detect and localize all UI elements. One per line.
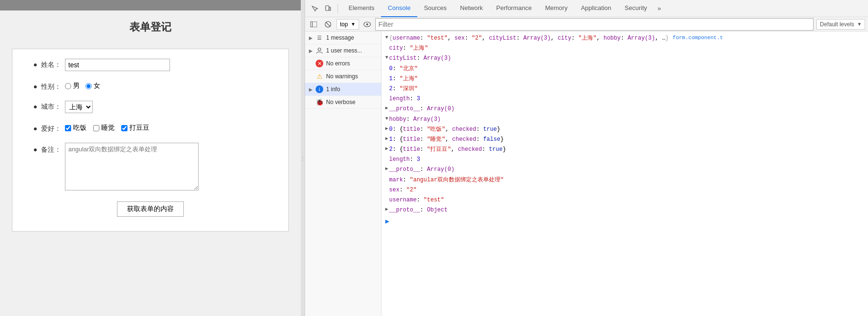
- warning-icon: ⚠: [316, 73, 323, 80]
- submit-button[interactable]: 获取表单的内容: [117, 201, 184, 217]
- error-icon: ✕: [316, 60, 323, 67]
- gender-female-label[interactable]: 女: [85, 82, 100, 90]
- console-prompt-arrow[interactable]: ▶: [385, 218, 389, 225]
- console-line-citylist-length: ▶ length: 3: [381, 94, 868, 104]
- name-field: [65, 59, 274, 71]
- note-field: [65, 143, 274, 192]
- form-page: 表单登记 ● 姓名： ● 性别： 男 女: [0, 0, 301, 316]
- note-label: ● 备注：: [27, 143, 65, 154]
- sidebar-item-verbose[interactable]: ▶ 🐞 No verbose: [305, 96, 381, 109]
- expand-hobby-proto[interactable]: ▶: [385, 165, 388, 173]
- gender-row: ● 性别： 男 女: [27, 81, 274, 91]
- svg-line-5: [326, 22, 330, 26]
- name-label: ● 姓名：: [27, 59, 65, 69]
- form-container: ● 姓名： ● 性别： 男 女: [12, 49, 289, 232]
- console-line-city1: ▶ 1: "上海": [381, 74, 868, 84]
- expand-proto[interactable]: ▶: [385, 206, 388, 213]
- device-icon-btn[interactable]: [322, 3, 334, 14]
- console-output: ▼ {username: "test", sex: "2", cityList:…: [381, 32, 868, 316]
- sidebar-item-messages[interactable]: ▶ ☰ 1 message: [305, 32, 381, 44]
- expand-icon: ▶: [309, 35, 313, 41]
- console-bottom-row: ▶: [381, 215, 868, 227]
- console-block-icon[interactable]: [322, 19, 334, 30]
- expand-icon3: ▶: [309, 87, 313, 92]
- sidebar-item-info[interactable]: ▶ i 1 info: [305, 83, 381, 96]
- console-line-proto: ▶ __proto__: Object: [381, 205, 868, 215]
- tab-security[interactable]: Security: [618, 0, 654, 17]
- tab-elements[interactable]: Elements: [342, 0, 381, 17]
- toolbar-divider1: [338, 4, 338, 13]
- expand-icon2: ▶: [309, 48, 313, 53]
- info-icon: i: [316, 85, 323, 93]
- sidebar-item-warnings[interactable]: ▶ ⚠ No warnings: [305, 70, 381, 83]
- sidebar-label-info: 1 info: [326, 86, 340, 93]
- console-eye-btn[interactable]: [362, 19, 372, 30]
- sidebar-item-errors[interactable]: ▶ ✕ No errors: [305, 57, 381, 70]
- gender-female-radio[interactable]: [85, 83, 92, 89]
- console-sidebar-toggle[interactable]: [308, 19, 319, 30]
- gender-male-radio[interactable]: [65, 83, 71, 89]
- devtools-panel: Elements Console Sources Network Perform…: [305, 0, 868, 316]
- svg-rect-0: [326, 6, 329, 11]
- console-line-hobby-length: ▶ length: 3: [381, 155, 868, 165]
- console-line-sex: ▶ sex: "2": [381, 185, 868, 195]
- city-select[interactable]: 北京 上海 深圳: [65, 101, 93, 113]
- expand-citylist[interactable]: ▼: [385, 54, 388, 62]
- console-source-file[interactable]: form.component.t: [669, 34, 723, 42]
- name-input[interactable]: [65, 59, 170, 71]
- expand-main[interactable]: ▼: [385, 34, 388, 42]
- gender-field: 男 女: [65, 81, 274, 90]
- tab-console[interactable]: Console: [381, 0, 417, 17]
- console-line-citylist-proto: ▶ __proto__: Array(0): [381, 104, 868, 114]
- tab-more[interactable]: »: [654, 5, 665, 12]
- hobby-sleep-label[interactable]: 睡觉: [93, 124, 115, 132]
- tab-sources[interactable]: Sources: [417, 0, 454, 17]
- console-line-city: ▶ city: "上海": [381, 43, 868, 53]
- tab-application[interactable]: Application: [574, 0, 618, 17]
- expand-citylist-proto[interactable]: ▶: [385, 105, 388, 112]
- console-levels-dropdown[interactable]: Default levels ▼: [816, 19, 865, 30]
- gender-male-label[interactable]: 男: [65, 82, 80, 90]
- user-icon: [316, 47, 323, 54]
- hobby-eat-label[interactable]: 吃饭: [65, 124, 86, 132]
- expand-hobby[interactable]: ▼: [385, 115, 388, 123]
- tab-memory[interactable]: Memory: [539, 0, 574, 17]
- sidebar-label-errors: No errors: [326, 60, 350, 67]
- console-line-hobby1: ▶ 1: {title: "睡觉", checked: false}: [381, 135, 868, 145]
- hobby-row: ● 爱好： 吃饭 睡觉 打豆豆: [27, 123, 274, 133]
- submit-row: 获取表单的内容: [27, 201, 274, 217]
- svg-rect-1: [329, 7, 331, 11]
- hobby-sleep-checkbox[interactable]: [93, 125, 99, 131]
- console-filter-input[interactable]: [375, 18, 814, 31]
- gender-label: ● 性别：: [27, 81, 65, 91]
- sidebar-label-messages: 1 message: [326, 34, 354, 41]
- cursor-icon-btn[interactable]: [309, 3, 320, 14]
- hobby-game-label[interactable]: 打豆豆: [121, 124, 149, 132]
- svg-point-8: [318, 48, 321, 51]
- expand-hobby1[interactable]: ▶: [385, 135, 388, 143]
- tab-performance[interactable]: Performance: [489, 0, 538, 17]
- console-line-main: ▼ {username: "test", sex: "2", cityList:…: [381, 33, 868, 43]
- expand-hobby0[interactable]: ▶: [385, 125, 388, 133]
- sidebar-item-user-messages[interactable]: ▶ 1 user mess...: [305, 44, 381, 57]
- console-line-city2: ▶ 2: "深圳": [381, 84, 868, 94]
- hobby-eat-checkbox[interactable]: [65, 125, 71, 131]
- city-field: 北京 上海 深圳: [65, 101, 274, 113]
- city-label: ● 城市：: [27, 101, 65, 111]
- console-toolbar: top ▼ Default levels ▼: [305, 17, 868, 32]
- console-context-select[interactable]: top ▼: [337, 19, 359, 30]
- devtools-tabs-bar: Elements Console Sources Network Perform…: [305, 0, 868, 17]
- chevron-down-icon: ▼: [351, 21, 356, 27]
- console-line-city0: ▶ 0: "北京": [381, 64, 868, 74]
- message-icon: ☰: [316, 34, 323, 42]
- console-line-content: {username: "test", sex: "2", cityList: A…: [389, 34, 669, 43]
- panel-divider[interactable]: ⋮: [301, 0, 305, 316]
- levels-chevron-icon: ▼: [857, 21, 862, 27]
- note-textarea[interactable]: [65, 143, 199, 190]
- sidebar-label-verbose: No verbose: [326, 99, 355, 105]
- hobby-game-checkbox[interactable]: [121, 125, 127, 131]
- console-line-hobby: ▼ hobby: Array(3): [381, 115, 868, 125]
- expand-hobby2[interactable]: ▶: [385, 145, 388, 153]
- console-sidebar: ▶ ☰ 1 message ▶ 1 user mess... ▶ ✕: [305, 32, 381, 316]
- tab-network[interactable]: Network: [454, 0, 490, 17]
